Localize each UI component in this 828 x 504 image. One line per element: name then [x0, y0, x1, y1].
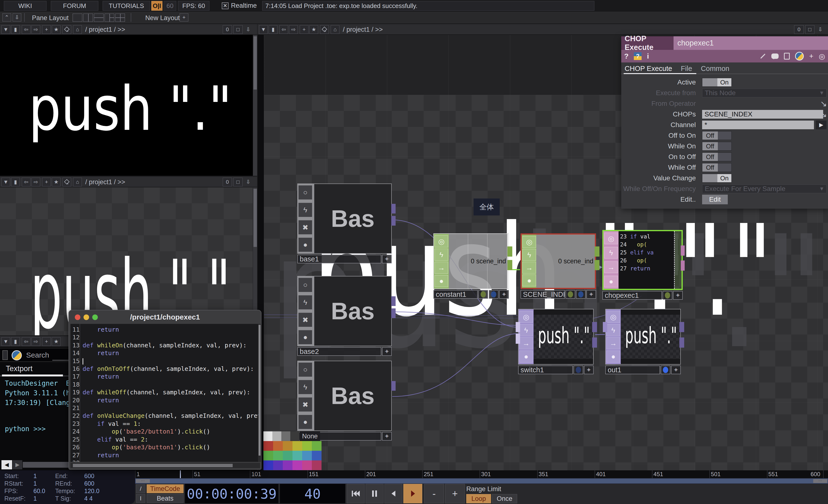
layout-preset-3[interactable] [94, 13, 104, 22]
code-editor-body[interactable]: 111213141516171819202122232425262728 ret… [71, 324, 260, 462]
once-button[interactable]: Once [492, 494, 517, 503]
node-out1-output[interactable] [679, 322, 684, 332]
node-base1-viewer[interactable]: Bas [314, 184, 391, 253]
split-down-icon[interactable]: ⇩ [816, 25, 825, 34]
play-button[interactable] [403, 484, 422, 503]
node-base3-viewer[interactable]: Bas [314, 361, 391, 430]
edit-expression-icon[interactable] [760, 53, 765, 58]
node-base3[interactable]: ○ ϟ ✖ ● Bas base3 ✦ [297, 361, 392, 440]
node-base2-flag[interactable]: ✦ [382, 347, 392, 356]
palette-swatch[interactable] [302, 441, 312, 451]
code-vscrollbar[interactable] [258, 324, 261, 462]
code-line[interactable]: return [83, 396, 260, 404]
palette-swatch[interactable] [302, 451, 312, 460]
collapse-icon[interactable]: ⌃ [2, 13, 11, 22]
node-switch1-name[interactable]: switch1 [518, 366, 573, 374]
textport-sidebar-toggle[interactable] [2, 350, 8, 360]
bomb-flag-icon[interactable]: ● [519, 350, 533, 363]
node-base1-flag[interactable]: ✦ [382, 255, 392, 263]
channel-menu-icon[interactable]: ▶ [816, 121, 827, 129]
bomb-flag-icon[interactable]: ● [523, 275, 536, 286]
palette-swatch[interactable] [273, 431, 281, 441]
node-base2-output[interactable] [391, 296, 396, 306]
palette-swatch[interactable] [273, 451, 283, 460]
palette-swatch[interactable] [283, 460, 292, 470]
node-base2-viewer[interactable]: Bas [314, 277, 391, 346]
node-out1-output2[interactable] [679, 337, 684, 348]
tab-textport[interactable]: Textport [6, 364, 33, 373]
layout-preset-1[interactable] [73, 13, 82, 22]
back-icon[interactable]: ⇦ [279, 25, 288, 34]
edit-button[interactable]: Edit [702, 195, 728, 204]
timeline-ruler[interactable]: 151101151201251301351401451501551600 [135, 470, 828, 478]
code-text[interactable]: return def whileOn(channel, sampleIndex,… [80, 324, 260, 462]
step-forward-frame-button[interactable]: + [445, 484, 465, 503]
target-icon[interactable]: ◎ [819, 52, 825, 60]
palette-swatch[interactable] [281, 431, 290, 441]
code-line[interactable]: return [83, 349, 260, 357]
node-switch1-input[interactable] [516, 322, 520, 332]
display-flag-icon[interactable]: ○ [298, 363, 312, 377]
param-field[interactable]: SCENE_INDEX [702, 110, 823, 119]
loop-button[interactable]: Loop [466, 494, 491, 503]
bomb-flag-icon[interactable]: ● [298, 330, 312, 344]
node-scene-index-export-flag[interactable] [576, 290, 586, 299]
split-down-icon[interactable]: ⇩ [244, 25, 252, 34]
node-chopexec1-name[interactable]: chopexec1 [603, 291, 662, 300]
help-icon[interactable]: ? [624, 52, 628, 60]
cook-flag-icon[interactable]: ϟ [434, 249, 448, 261]
node-base2-output2[interactable] [391, 308, 396, 318]
timecode-mode-button[interactable]: / [136, 485, 145, 493]
display-flag-icon[interactable]: ◎ [519, 311, 533, 323]
display-flag-icon[interactable]: ◎ [604, 233, 618, 244]
bomb-flag-icon[interactable]: ● [604, 276, 618, 287]
playhead[interactable] [180, 470, 181, 478]
pane-type-icon[interactable]: ▮ [11, 178, 20, 186]
cook-flag-icon[interactable]: ϟ [607, 324, 620, 336]
viewer1-top[interactable]: push "." [0, 35, 253, 176]
step-back-button[interactable] [384, 484, 402, 503]
layout-preset-5[interactable] [115, 13, 125, 22]
bomb-flag-icon[interactable]: ● [298, 238, 312, 252]
cook-flag-icon[interactable]: ϟ [298, 203, 312, 217]
param-toggle[interactable]: Off [702, 131, 732, 140]
export-flag-icon[interactable]: → [607, 337, 620, 349]
depth-indicator[interactable]: 0 [223, 25, 232, 34]
node-out1-input[interactable] [603, 322, 607, 332]
display-flag-icon[interactable]: ◎ [434, 235, 448, 247]
palette-swatch[interactable] [273, 460, 283, 470]
export-flag-icon[interactable]: → [519, 337, 533, 349]
code-line[interactable]: return [83, 452, 260, 459]
pane-type-icon[interactable]: ▮ [269, 25, 278, 34]
node-scene-index-viewer-flag[interactable] [566, 290, 575, 299]
palette-swatch[interactable] [292, 460, 302, 470]
bypass-flag-icon[interactable]: ✖ [298, 313, 312, 327]
realtime-checkbox-icon[interactable]: ✕ [222, 2, 229, 9]
add-icon[interactable]: + [42, 178, 51, 186]
display-flag-icon[interactable]: ◎ [607, 311, 620, 323]
palette-swatch[interactable] [263, 451, 273, 460]
search-icon[interactable] [63, 25, 71, 34]
pane-type-icon[interactable]: ▮ [11, 337, 20, 346]
code-line[interactable]: def whileOff(channel, sampleIndex, val, … [83, 388, 260, 396]
oi-toggle[interactable]: O|I [151, 1, 162, 11]
comment-icon[interactable] [771, 53, 779, 59]
node-constant1-flag[interactable]: ✦ [499, 290, 509, 299]
param-toggle[interactable]: Off [702, 163, 732, 172]
menu-tutorials[interactable]: TUTORIALS [102, 1, 150, 11]
display-flag-icon[interactable]: ○ [298, 185, 312, 200]
range-end-handle[interactable]: ··· [813, 479, 827, 483]
op-picker-icon[interactable]: ↘ [820, 99, 827, 109]
pane-menu-icon[interactable]: ▼ [1, 178, 10, 186]
node-out1-viewer-flag[interactable] [661, 366, 670, 374]
node-out1[interactable]: ◎ ϟ → ● push "." out1 ✦ [605, 309, 681, 375]
back-icon[interactable]: ⇦ [22, 337, 31, 346]
node-chopexec1-viewer-flag[interactable] [663, 291, 672, 300]
node-switch1-input2[interactable] [516, 334, 520, 344]
code-line[interactable]: return [83, 326, 260, 334]
code-line[interactable]: elif val == 2: [83, 436, 260, 444]
bypass-flag-icon[interactable]: ✖ [298, 220, 312, 234]
node-base1[interactable]: ○ ϟ ✖ ● Bas base1 ✦ [297, 183, 392, 263]
cook-flag-icon[interactable]: ϟ [519, 324, 533, 336]
node-switch1[interactable]: ◎ ϟ → ● push "." switch1 ✦ [518, 309, 594, 375]
